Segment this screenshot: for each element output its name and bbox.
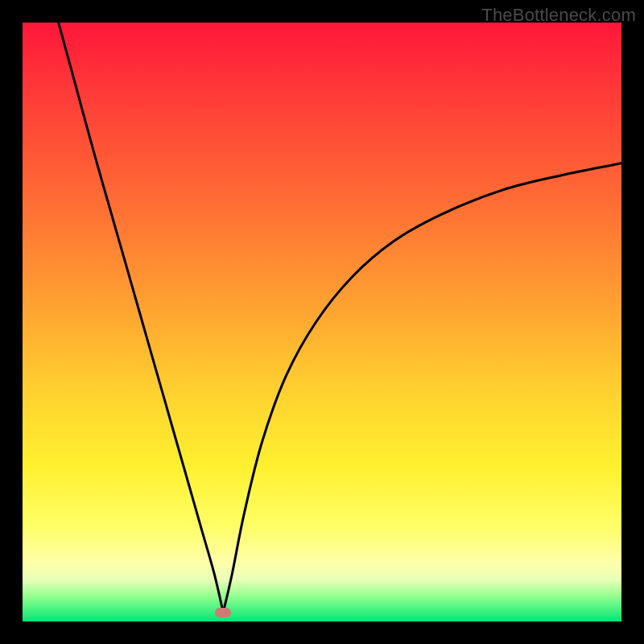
plot-area: [23, 23, 621, 621]
bottleneck-curve: [23, 23, 621, 621]
watermark-label: TheBottleneck.com: [481, 5, 636, 26]
curve-right-branch: [223, 163, 621, 613]
optimum-marker: [215, 608, 231, 617]
curve-left-branch: [59, 23, 224, 613]
chart-frame: TheBottleneck.com: [0, 0, 644, 644]
